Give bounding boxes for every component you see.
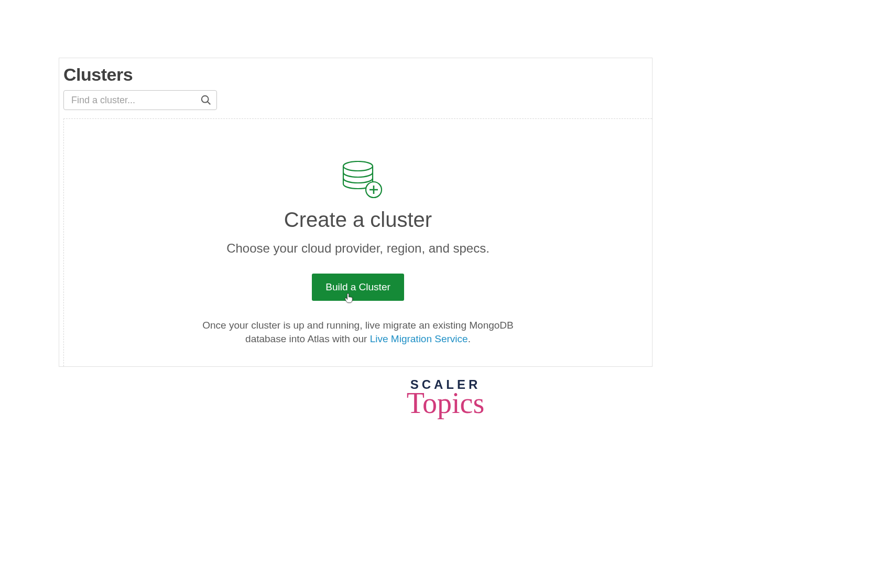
plus-circle-icon	[365, 181, 383, 199]
page-title: Clusters	[63, 64, 648, 85]
database-plus-icon	[342, 161, 374, 194]
svg-point-0	[202, 96, 209, 103]
footer-text-after: .	[468, 333, 471, 344]
live-migration-link[interactable]: Live Migration Service	[370, 333, 468, 344]
build-cluster-button-label: Build a Cluster	[325, 281, 390, 292]
empty-state-footer: Once your cluster is up and running, liv…	[195, 319, 520, 345]
hand-cursor-icon	[344, 292, 354, 304]
empty-state: Create a cluster Choose your cloud provi…	[63, 118, 652, 366]
svg-line-1	[208, 102, 210, 104]
brand-line-2: Topics	[407, 390, 485, 416]
scaler-topics-logo: SCALER Topics	[407, 377, 485, 416]
panel-header: Clusters	[59, 58, 652, 114]
empty-state-subtitle: Choose your cloud provider, region, and …	[85, 241, 631, 256]
svg-point-2	[343, 161, 373, 171]
search-input[interactable]	[63, 90, 217, 110]
search-container	[63, 90, 217, 110]
build-cluster-button[interactable]: Build a Cluster	[312, 274, 404, 301]
search-icon[interactable]	[200, 94, 212, 106]
clusters-panel: Clusters Create	[59, 58, 653, 367]
empty-state-title: Create a cluster	[85, 208, 631, 232]
